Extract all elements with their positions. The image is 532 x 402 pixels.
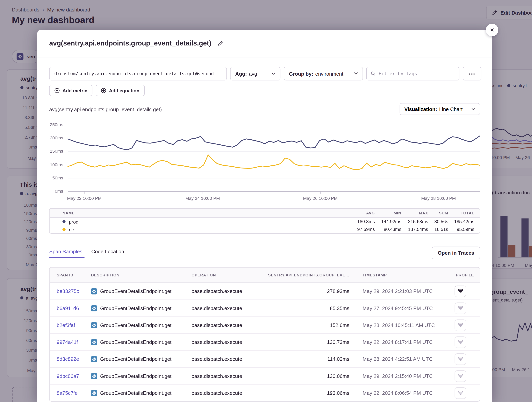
samples-rows: be83275c GroupEventDetailsEndpoint.get b…: [50, 283, 480, 401]
samples-col-profile: PROFILE: [455, 273, 480, 277]
series-sum: 30.56s: [428, 219, 448, 224]
x-axis-label: May 28 10:00 PM: [415, 196, 462, 201]
visualization-select[interactable]: Visualization: Line Chart: [400, 103, 480, 115]
samples-header-row: SPAN ID DESCRIPTION OPERATION SENTRY.API…: [50, 268, 480, 283]
span-description: GroupEventDetailsEndpoint.get: [100, 288, 172, 294]
summary-col-total: TOTAL: [448, 211, 474, 215]
tab-span-samples[interactable]: Span Samples: [49, 249, 82, 254]
add-metric-label: Add metric: [63, 88, 87, 93]
x-axis-tick: [320, 191, 321, 194]
summary-rows: prod 180.8ms 144.92ms 215.68ms 30.56s 18…: [50, 218, 480, 233]
group-by-label: Group by:: [289, 71, 313, 77]
span-description: GroupEventDetailsEndpoint.get: [100, 356, 172, 362]
edit-title-button[interactable]: [217, 40, 223, 46]
python-icon: [91, 288, 97, 294]
span-id-link[interactable]: 9dbc86a7: [57, 373, 79, 379]
span-operation: base.dispatch.execute: [191, 390, 262, 396]
gridline: [68, 138, 480, 138]
tab-divider: [49, 258, 452, 258]
aggregate-label: Agg:: [235, 71, 247, 77]
summary-row[interactable]: prod 180.8ms 144.92ms 215.68ms 30.56s 18…: [50, 218, 480, 225]
span-description: GroupEventDetailsEndpoint.get: [100, 390, 172, 396]
span-description: GroupEventDetailsEndpoint.get: [100, 322, 172, 328]
group-by-value: environment: [315, 71, 343, 77]
python-icon: [91, 339, 97, 345]
span-samples-table: SPAN ID DESCRIPTION OPERATION SENTRY.API…: [49, 267, 480, 402]
aggregate-select[interactable]: Agg: avg: [230, 67, 280, 80]
summary-header-row: NAME AVG MIN MAX SUM TOTAL: [50, 209, 480, 218]
span-operation: base.dispatch.execute: [191, 288, 262, 294]
gridline: [68, 178, 480, 179]
x-axis-tick: [203, 191, 203, 194]
python-icon: [91, 373, 97, 379]
series-avg: 180.8ms: [337, 219, 375, 224]
y-axis-label: 100ms: [37, 162, 63, 167]
span-duration: 114.02ms: [262, 356, 349, 362]
profile-button[interactable]: [455, 370, 466, 382]
chevron-down-icon: [354, 72, 358, 75]
add-metric-button[interactable]: Add metric: [49, 85, 92, 96]
span-description: GroupEventDetailsEndpoint.get: [100, 339, 172, 345]
span-duration: 278.93ms: [262, 288, 349, 294]
series-name: de: [69, 227, 74, 232]
chevron-down-icon: [272, 72, 275, 75]
span-sample-row: 8a75c7fe GroupEventDetailsEndpoint.get b…: [50, 384, 480, 401]
span-duration: 130.73ms: [262, 339, 349, 345]
x-axis-label: May 22 10:00 PM: [61, 196, 108, 201]
chevron-down-icon: [471, 108, 475, 111]
span-id-link[interactable]: 8d3c892e: [57, 356, 79, 362]
span-operation: base.dispatch.execute: [191, 322, 262, 328]
series-max: 137.54ms: [401, 227, 428, 232]
more-options-button[interactable]: ⋯: [463, 67, 481, 80]
open-in-traces-button[interactable]: Open in Traces: [432, 247, 480, 259]
profile-button[interactable]: [455, 353, 466, 365]
span-description: GroupEventDetailsEndpoint.get: [100, 305, 172, 311]
span-timestamp: May 29, 2024 2:15:40 PM UTC: [349, 373, 455, 379]
span-id-link[interactable]: 9974a41f: [57, 339, 78, 345]
profile-button[interactable]: [455, 285, 466, 297]
profile-button[interactable]: [455, 302, 466, 314]
gridline: [68, 165, 480, 165]
series-name: prod: [69, 219, 78, 224]
x-axis-tick: [84, 191, 85, 194]
span-sample-row: 8d3c892e GroupEventDetailsEndpoint.get b…: [50, 350, 480, 367]
span-sample-row: 9dbc86a7 GroupEventDetailsEndpoint.get b…: [50, 367, 480, 384]
series-sum: 16.51s: [428, 227, 448, 232]
close-icon[interactable]: ✕: [486, 24, 499, 36]
span-id-link[interactable]: b2ef3faf: [57, 322, 75, 328]
profile-button[interactable]: [455, 387, 466, 399]
span-duration: 193.06ms: [262, 390, 349, 396]
active-tab-underline: [49, 257, 84, 258]
add-row: Add metric Add equation: [49, 85, 144, 96]
samples-col-metric: SENTRY.API.ENDPOINTS.GROUP_EVE…: [262, 273, 349, 277]
profile-button[interactable]: [455, 319, 466, 331]
tab-code-location[interactable]: Code Location: [91, 249, 124, 254]
span-operation: base.dispatch.execute: [191, 373, 262, 379]
series-max: 215.68ms: [401, 219, 428, 224]
python-icon: [91, 356, 97, 362]
metric-query-input[interactable]: d:custom/sentry.api.endpoints.group_even…: [49, 67, 227, 80]
profile-button[interactable]: [455, 336, 466, 348]
y-axis-label: 150ms: [37, 149, 63, 154]
chart-plot-area: [68, 125, 480, 191]
series-min: 80.43ms: [375, 227, 401, 232]
span-timestamp: May 22, 2024 8:06:54 PM UTC: [349, 390, 455, 396]
python-icon: [91, 305, 97, 311]
filter-by-tags-input[interactable]: Filter by tags: [366, 67, 459, 80]
add-equation-button[interactable]: Add equation: [96, 85, 144, 96]
samples-col-timestamp: TIMESTAMP: [349, 273, 455, 277]
span-id-link[interactable]: be83275c: [57, 288, 79, 294]
samples-col-operation: OPERATION: [191, 273, 262, 277]
summary-row[interactable]: de 97.69ms 80.43ms 137.54ms 16.51s 95.59…: [50, 225, 480, 233]
summary-col-avg: AVG: [337, 211, 375, 215]
x-axis-label: May 24 10:00 PM: [179, 196, 226, 201]
span-id-link[interactable]: 8a75c7fe: [57, 390, 78, 396]
span-id-link[interactable]: b6a911d6: [57, 305, 79, 311]
group-by-select[interactable]: Group by: environment: [284, 67, 363, 80]
samples-col-span-id: SPAN ID: [50, 273, 91, 277]
span-timestamp: May 27, 2024 9:45:45 PM UTC: [349, 305, 455, 311]
plus-circle-icon: [54, 88, 60, 93]
y-axis-label: 50ms: [37, 175, 63, 180]
chart-x-axis-line: [68, 191, 480, 192]
visualization-value: Line Chart: [439, 106, 463, 112]
